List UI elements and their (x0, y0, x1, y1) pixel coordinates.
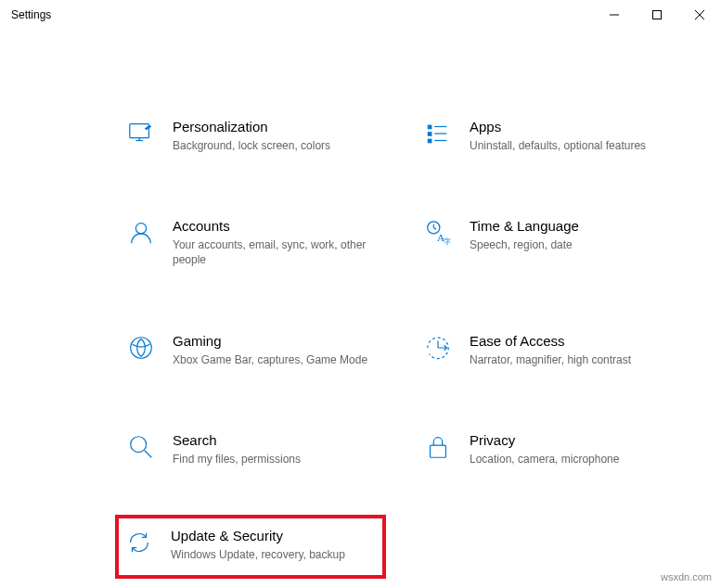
tile-desc: Location, camera, microphone (470, 452, 672, 467)
settings-grid: Personalization Background, lock screen,… (121, 113, 677, 562)
svg-rect-8 (428, 132, 432, 136)
tile-title: Ease of Access (470, 333, 672, 349)
settings-content: Personalization Background, lock screen,… (0, 30, 721, 562)
tile-title: Accounts (173, 218, 375, 234)
minimize-button[interactable] (593, 0, 636, 30)
tile-privacy[interactable]: Privacy Location, camera, microphone (418, 427, 677, 472)
close-button[interactable] (678, 0, 721, 30)
tile-personalization[interactable]: Personalization Background, lock screen,… (121, 113, 380, 159)
tile-body: Ease of Access Narrator, magnifier, high… (470, 333, 672, 367)
tile-desc: Background, lock screen, colors (173, 138, 375, 153)
accounts-icon (126, 218, 156, 248)
window-controls (593, 0, 721, 30)
tile-gaming[interactable]: Gaming Xbox Game Bar, captures, Game Mod… (121, 327, 380, 373)
apps-icon (423, 119, 453, 148)
tile-title: Time & Language (470, 218, 672, 234)
watermark: wsxdn.com (661, 571, 712, 582)
maximize-button[interactable] (636, 0, 678, 30)
search-icon (126, 432, 156, 462)
tile-body: Apps Uninstall, defaults, optional featu… (470, 119, 672, 153)
svg-point-13 (135, 224, 146, 234)
tile-desc: Uninstall, defaults, optional features (470, 138, 672, 153)
tile-title: Personalization (173, 119, 375, 134)
tile-body: Personalization Background, lock screen,… (173, 119, 375, 153)
svg-rect-23 (431, 445, 446, 457)
tile-body: Search Find my files, permissions (173, 432, 375, 467)
tile-body: Privacy Location, camera, microphone (470, 432, 672, 467)
tile-search[interactable]: Search Find my files, permissions (121, 427, 380, 472)
tile-desc: Narrator, magnifier, high contrast (470, 352, 672, 367)
ease-of-access-icon (423, 333, 453, 363)
titlebar: Settings (0, 0, 721, 30)
tile-ease-of-access[interactable]: Ease of Access Narrator, magnifier, high… (418, 327, 677, 373)
svg-text:字: 字 (444, 236, 451, 246)
svg-rect-9 (428, 139, 432, 144)
personalization-icon (126, 119, 156, 148)
tile-desc: Speech, region, date (470, 237, 672, 252)
tile-desc: Xbox Game Bar, captures, Game Mode (173, 352, 375, 367)
tile-title: Update & Security (171, 528, 377, 543)
privacy-icon (423, 432, 453, 462)
tile-desc: Your accounts, email, sync, work, other … (173, 237, 375, 267)
svg-point-19 (131, 337, 152, 358)
tile-title: Privacy (470, 432, 672, 448)
update-security-icon (124, 528, 154, 557)
tile-apps[interactable]: Apps Uninstall, defaults, optional featu… (418, 113, 677, 159)
tile-body: Gaming Xbox Game Bar, captures, Game Mod… (173, 333, 375, 367)
svg-line-22 (145, 451, 152, 458)
tile-body: Accounts Your accounts, email, sync, wor… (173, 218, 375, 267)
tile-title: Search (173, 432, 375, 448)
tile-body: Update & Security Windows Update, recove… (171, 528, 377, 562)
tile-accounts[interactable]: Accounts Your accounts, email, sync, wor… (121, 212, 380, 273)
gaming-icon (126, 333, 156, 363)
tile-body: Time & Language Speech, region, date (470, 218, 672, 252)
svg-rect-4 (130, 124, 149, 138)
tile-desc: Windows Update, recovery, backup (171, 547, 377, 562)
svg-point-21 (131, 437, 147, 453)
svg-rect-7 (428, 125, 432, 130)
tile-update-security[interactable]: Update & Security Windows Update, recove… (115, 515, 386, 579)
tile-desc: Find my files, permissions (173, 452, 375, 467)
tile-time-language[interactable]: A字 Time & Language Speech, region, date (418, 212, 677, 273)
window-title: Settings (11, 8, 593, 21)
tile-title: Gaming (173, 333, 375, 349)
svg-rect-1 (653, 11, 662, 19)
svg-line-16 (433, 228, 436, 230)
tile-title: Apps (470, 119, 672, 134)
time-language-icon: A字 (423, 218, 453, 248)
